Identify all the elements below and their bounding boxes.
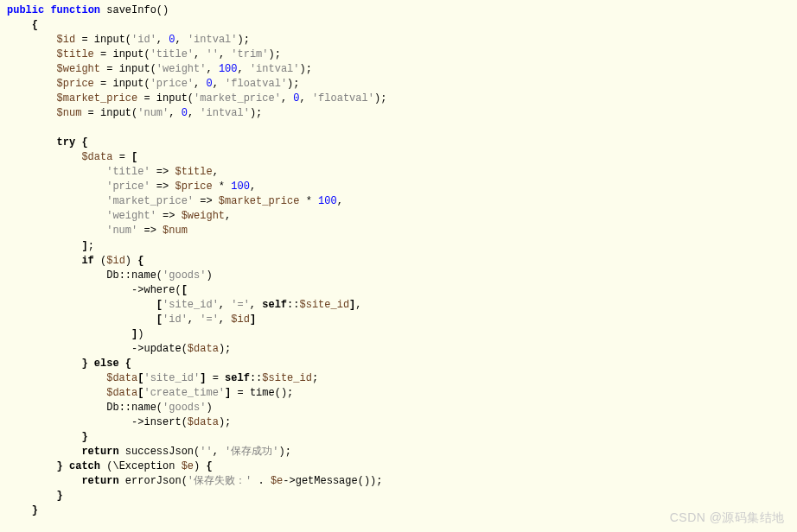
class-db: Db [106,269,118,282]
function-name: saveInfo [106,4,156,16]
code-block: public function saveInfo() { $id = input… [7,3,790,518]
keyword-function: function [50,4,100,16]
watermark: CSDN @源码集结地 [670,510,785,527]
keyword-else: else [94,358,119,370]
var-price: $price [57,78,94,90]
var-title: $title [57,48,94,60]
keyword-if: if [81,255,93,267]
keyword-public: public [7,4,44,16]
keyword-try: try [57,136,76,149]
keyword-catch: catch [69,460,100,472]
class-exception: Exception [119,460,175,472]
brace: { [32,19,38,31]
var-market-price: $market_price [57,92,138,104]
keyword-return: return [81,446,118,458]
var-num: $num [57,107,82,119]
var-data: $data [81,151,112,163]
var-id: $id [57,34,76,46]
var-weight: $weight [57,63,100,75]
